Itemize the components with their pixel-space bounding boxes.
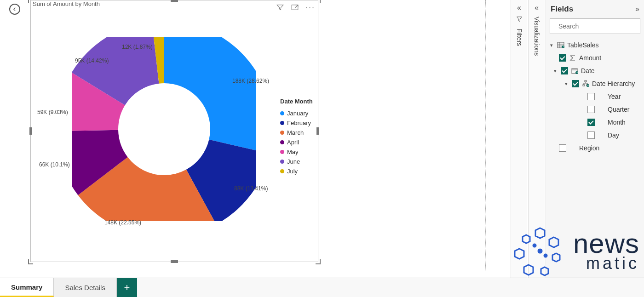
legend-label: May bbox=[287, 148, 299, 155]
tree-label: Month bbox=[608, 119, 626, 126]
legend-swatch bbox=[280, 111, 284, 115]
legend-label: February bbox=[287, 120, 311, 126]
focus-mode-icon[interactable] bbox=[291, 3, 299, 13]
filters-label: Filters bbox=[516, 29, 523, 46]
legend-swatch bbox=[280, 121, 284, 125]
donut-visual-frame[interactable]: Sum of Amount by Month ··· 188K (28.62%)… bbox=[30, 0, 318, 262]
legend-item[interactable]: June bbox=[280, 157, 313, 166]
slice-label: 59K (9.03%) bbox=[37, 109, 68, 115]
tree-label: Year bbox=[608, 93, 621, 100]
tree-field-region[interactable]: Region bbox=[549, 142, 644, 154]
tree-label: TableSales bbox=[567, 41, 599, 49]
tree-hier-day[interactable]: Day bbox=[549, 129, 644, 142]
tree-label: Amount bbox=[579, 54, 601, 62]
fields-pane[interactable]: Fields » ▾ TableSales Amount ▾ Date ▾ Da… bbox=[546, 0, 644, 278]
legend-item[interactable]: January bbox=[280, 109, 313, 118]
legend-swatch bbox=[280, 169, 284, 173]
checkbox[interactable] bbox=[559, 54, 566, 62]
tree-label: Region bbox=[579, 144, 599, 152]
page-tab-sales-details[interactable]: Sales Details bbox=[54, 278, 117, 297]
tree-hier-month[interactable]: Month bbox=[549, 116, 644, 129]
svg-rect-7 bbox=[583, 85, 585, 86]
chevron-left-icon[interactable]: « bbox=[529, 4, 545, 12]
tree-table-tablesales[interactable]: ▾ TableSales bbox=[549, 39, 644, 51]
legend-item[interactable]: February bbox=[280, 118, 313, 128]
chevron-left-icon[interactable]: « bbox=[511, 4, 527, 12]
report-canvas[interactable]: Sum of Amount by Month ··· 188K (28.62%)… bbox=[0, 0, 488, 274]
filter-icon[interactable] bbox=[276, 3, 284, 13]
hierarchy-icon bbox=[582, 80, 589, 87]
legend-title: Date Month bbox=[280, 98, 313, 105]
checkbox[interactable] bbox=[559, 144, 566, 152]
slice-label: 95K (14.42%) bbox=[75, 57, 109, 64]
svg-rect-6 bbox=[585, 80, 586, 82]
add-page-button[interactable]: + bbox=[117, 278, 137, 297]
slice-label: 188K (28.62%) bbox=[232, 78, 269, 84]
legend-item[interactable]: April bbox=[280, 137, 313, 147]
fields-title: Fields bbox=[551, 5, 573, 14]
tree-field-date[interactable]: ▾ Date bbox=[549, 64, 644, 77]
legend-label: July bbox=[287, 168, 298, 175]
tree-label: Date Hierarchy bbox=[592, 80, 635, 87]
legend-label: March bbox=[287, 129, 304, 136]
page-tab-bar: Summary Sales Details + bbox=[0, 278, 644, 297]
visual-toolbar: ··· bbox=[276, 3, 315, 13]
legend-item[interactable]: May bbox=[280, 147, 313, 157]
tree-date-hierarchy[interactable]: ▾ Date Hierarchy bbox=[549, 77, 644, 90]
donut-chart[interactable] bbox=[72, 37, 256, 221]
legend-swatch bbox=[280, 160, 284, 164]
checkbox[interactable] bbox=[587, 93, 595, 100]
visual-title: Sum of Amount by Month bbox=[33, 0, 100, 7]
visualizations-pane-collapsed[interactable]: « Visualizations bbox=[528, 0, 545, 278]
tree-label: Quarter bbox=[608, 106, 629, 113]
visualizations-label: Visualizations bbox=[533, 17, 540, 56]
fields-tree: ▾ TableSales Amount ▾ Date ▾ Date Hierar… bbox=[546, 39, 644, 154]
fields-search[interactable] bbox=[550, 18, 640, 34]
fields-search-input[interactable] bbox=[558, 22, 640, 30]
table-icon bbox=[557, 41, 564, 49]
chart-legend: Date Month JanuaryFebruaryMarchAprilMayJ… bbox=[280, 98, 313, 176]
slice-label: 88K (13.41%) bbox=[234, 185, 268, 192]
legend-swatch bbox=[280, 150, 284, 154]
checkbox[interactable] bbox=[587, 131, 595, 139]
filter-icon bbox=[516, 16, 523, 23]
checkbox[interactable] bbox=[587, 119, 595, 126]
legend-item[interactable]: March bbox=[280, 128, 313, 137]
legend-label: June bbox=[287, 158, 300, 165]
checkbox[interactable] bbox=[572, 80, 579, 87]
more-options-icon[interactable]: ··· bbox=[305, 4, 315, 12]
caret-down-icon[interactable]: ▾ bbox=[549, 42, 554, 48]
legend-swatch bbox=[280, 140, 284, 144]
tree-hier-quarter[interactable]: Quarter bbox=[549, 103, 644, 116]
tree-label: Day bbox=[608, 131, 619, 139]
tree-label: Date bbox=[581, 67, 595, 74]
calendar-icon bbox=[571, 67, 578, 74]
legend-label: January bbox=[287, 110, 308, 117]
tree-hier-year[interactable]: Year bbox=[549, 90, 644, 103]
page-tab-summary[interactable]: Summary bbox=[0, 278, 54, 297]
slice-label: 12K (1.87%) bbox=[122, 44, 153, 50]
tree-field-amount[interactable]: Amount bbox=[549, 51, 644, 64]
legend-label: April bbox=[287, 139, 299, 146]
caret-down-icon[interactable]: ▾ bbox=[552, 68, 558, 74]
checkbox[interactable] bbox=[587, 106, 595, 113]
caret-down-icon[interactable]: ▾ bbox=[564, 81, 569, 87]
slice-label: 66K (10.1%) bbox=[39, 161, 70, 168]
sigma-icon bbox=[569, 54, 576, 62]
chevron-right-icon[interactable]: » bbox=[635, 5, 639, 13]
checkbox[interactable] bbox=[561, 67, 568, 74]
filters-pane-collapsed[interactable]: « Filters bbox=[511, 0, 527, 278]
legend-item[interactable]: July bbox=[280, 166, 313, 176]
slice-label: 148K (22.55%) bbox=[104, 219, 141, 226]
legend-swatch bbox=[280, 131, 284, 135]
